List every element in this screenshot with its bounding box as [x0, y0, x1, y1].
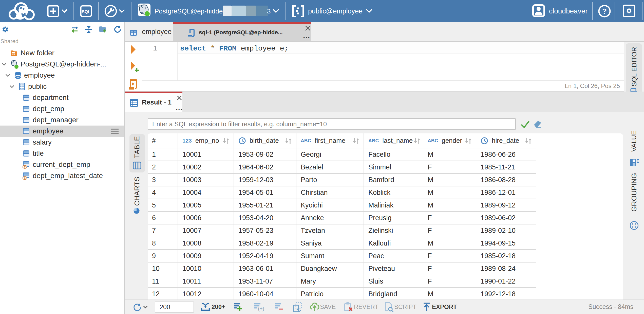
svg-text:SQL: SQL: [82, 9, 91, 14]
svg-text:(+): (+): [258, 306, 264, 311]
svg-text:?: ?: [602, 7, 607, 15]
